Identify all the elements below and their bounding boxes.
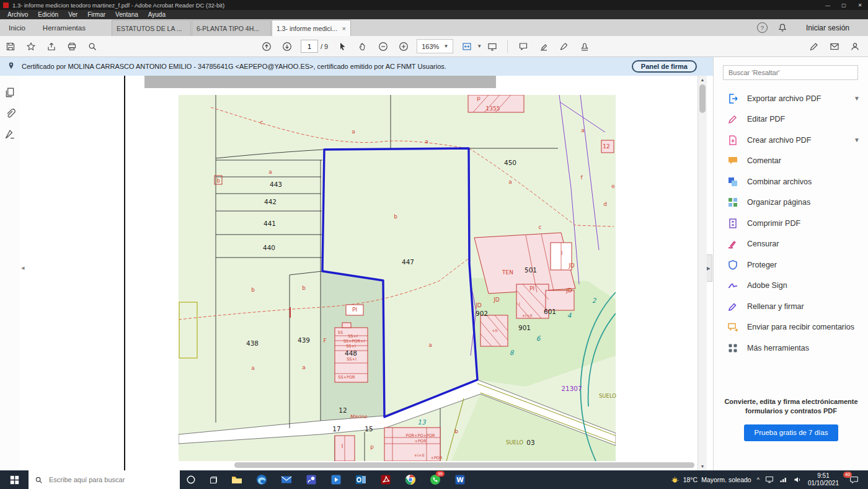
taskbar-clock[interactable]: 9:51 01/10/2021 — [808, 472, 839, 488]
bell-icon[interactable] — [777, 23, 787, 33]
sign-in-button[interactable]: Iniciar sesión — [797, 24, 858, 32]
mail-icon[interactable] — [274, 470, 299, 489]
menu-ventana[interactable]: Ventana — [110, 11, 143, 18]
display-tray-icon[interactable] — [765, 475, 774, 484]
tab-inicio[interactable]: Inicio — [0, 20, 34, 35]
menu-archivo[interactable]: Archivo — [2, 11, 33, 18]
print-icon[interactable] — [63, 38, 80, 55]
action-center-icon[interactable]: 40 — [844, 470, 863, 489]
signatures-icon[interactable] — [4, 129, 16, 140]
show-hidden-icons-icon[interactable]: ^ — [757, 477, 760, 483]
help-icon[interactable]: ? — [757, 22, 768, 33]
draw-tool-icon[interactable] — [805, 38, 822, 55]
chevron-down-icon[interactable]: ▼ — [854, 95, 860, 102]
teams-icon[interactable] — [299, 470, 324, 489]
zoom-in-icon[interactable] — [395, 38, 412, 55]
doc-tab-13-informe-medici[interactable]: 1.3- informe medici...× — [272, 20, 351, 36]
free-trial-button[interactable]: Prueba gratis de 7 días — [744, 424, 839, 442]
tool-comentar[interactable]: Comentar — [714, 151, 868, 172]
map-label: 438 — [246, 339, 259, 347]
map-label: 443 — [270, 181, 282, 188]
tab-herramientas[interactable]: Herramientas — [34, 20, 94, 35]
menu-ver[interactable]: Ver — [63, 11, 82, 18]
chrome-icon[interactable] — [398, 470, 423, 489]
zoom-out-icon[interactable] — [374, 38, 391, 55]
tools-search-input[interactable] — [723, 65, 858, 80]
doc-tab-6planta-tipo-4h[interactable]: 6-PLANTA TIPO 4H... — [192, 20, 271, 36]
chevron-down-icon[interactable]: ▼ — [854, 137, 860, 143]
word-icon[interactable]: W — [448, 470, 472, 489]
previous-page-icon[interactable] — [258, 38, 275, 55]
next-page-icon[interactable] — [278, 38, 295, 55]
sign-tool-icon[interactable] — [556, 38, 572, 55]
page-count-label: / 9 — [321, 43, 328, 50]
tool-combinar-archivos[interactable]: Combinar archivos — [714, 171, 868, 192]
account-icon[interactable] — [846, 38, 863, 55]
tool-enviar-para-recibir-comentarios[interactable]: Enviar para recibir comentarios — [714, 317, 868, 338]
doc-tab-estatutos-de-la[interactable]: ESTATUTOS DE LA ... — [112, 20, 191, 36]
stamp-tool-icon[interactable] — [576, 38, 593, 55]
vertical-scrollbar[interactable]: ▲ ▼ — [698, 76, 707, 470]
menu-firmar[interactable]: Firmar — [82, 11, 110, 18]
select-tool-icon[interactable] — [334, 38, 350, 55]
file-explorer-icon[interactable] — [224, 470, 249, 489]
tool-editar-pdf[interactable]: Editar PDF — [714, 109, 868, 130]
map-label: Marino — [350, 414, 366, 419]
zoom-level-dropdown[interactable]: 163% ▼ — [417, 39, 453, 53]
whatsapp-icon[interactable]: 99 — [423, 470, 448, 489]
mail-icon[interactable] — [826, 38, 843, 55]
volume-tray-icon[interactable] — [794, 475, 802, 484]
page-display-icon[interactable] — [484, 38, 500, 55]
star-icon[interactable] — [22, 38, 39, 55]
cortana-icon[interactable] — [180, 470, 202, 489]
tool-exportar-archivo-pdf[interactable]: Exportar archivo PDF▼ — [714, 88, 868, 109]
edge-icon[interactable] — [249, 470, 274, 489]
chevron-down-icon[interactable]: ▼ — [477, 43, 482, 49]
task-view-icon[interactable] — [202, 470, 224, 489]
save-icon[interactable] — [2, 38, 19, 55]
share-icon[interactable] — [43, 38, 60, 55]
taskbar-search-input[interactable] — [48, 475, 168, 484]
tool-comprimir-pdf[interactable]: Comprimir PDF — [714, 213, 868, 234]
tool-censurar[interactable]: Censurar — [714, 234, 868, 255]
find-icon[interactable] — [84, 38, 100, 55]
tool-mas-herramientas[interactable]: Más herramientas — [714, 338, 868, 359]
tool-proteger[interactable]: Proteger — [714, 254, 868, 276]
maximize-button[interactable]: ▢ — [836, 0, 852, 10]
tool-rellenar-y-firmar[interactable]: Rellenar y firmar — [714, 296, 868, 317]
close-button[interactable]: ✕ — [852, 0, 868, 10]
media-icon[interactable] — [324, 470, 348, 489]
page-thumbnails-icon[interactable] — [4, 87, 16, 98]
horizontal-scroll-thumb[interactable] — [234, 462, 694, 468]
fill-sign-icon — [727, 301, 740, 312]
taskbar-search[interactable] — [29, 470, 180, 489]
comment-tool-icon[interactable] — [515, 38, 531, 55]
highlight-tool-icon[interactable] — [535, 38, 552, 55]
tool-label: Más herramientas — [747, 344, 809, 352]
page-number-input[interactable] — [301, 40, 318, 53]
fit-width-icon[interactable] — [458, 38, 475, 55]
scroll-up-icon[interactable]: ▲ — [698, 76, 707, 84]
attachments-icon[interactable] — [4, 108, 16, 119]
vertical-scroll-thumb[interactable] — [699, 84, 706, 113]
tool-adobe-sign[interactable]: Adobe Sign — [714, 276, 868, 297]
signature-panel-button[interactable]: Panel de firma — [632, 60, 697, 73]
map-label: SS+POR — [338, 375, 355, 380]
minimize-button[interactable]: — — [820, 0, 836, 10]
menu-ayuda[interactable]: Ayuda — [143, 11, 170, 18]
hand-tool-icon[interactable] — [354, 38, 371, 55]
tool-crear-archivo-pdf[interactable]: Crear archivo PDF▼ — [714, 130, 868, 151]
scroll-down-icon[interactable]: ▼ — [698, 462, 707, 470]
outlook-icon[interactable] — [348, 470, 373, 489]
close-tab-icon[interactable]: × — [339, 25, 345, 32]
map-label: c — [260, 119, 264, 125]
tool-organizar-paginas[interactable]: Organizar páginas — [714, 192, 868, 213]
collapse-left-pane-icon[interactable]: ◂ — [21, 264, 25, 272]
start-button[interactable] — [0, 470, 29, 489]
network-tray-icon[interactable] — [779, 475, 788, 484]
weather-widget[interactable]: 18°C Mayorm. soleado — [670, 475, 751, 485]
map-label: a — [425, 138, 428, 145]
acrobat-icon[interactable] — [373, 470, 398, 489]
map-label: p — [477, 95, 480, 101]
menu-edicion[interactable]: Edición — [33, 11, 63, 18]
